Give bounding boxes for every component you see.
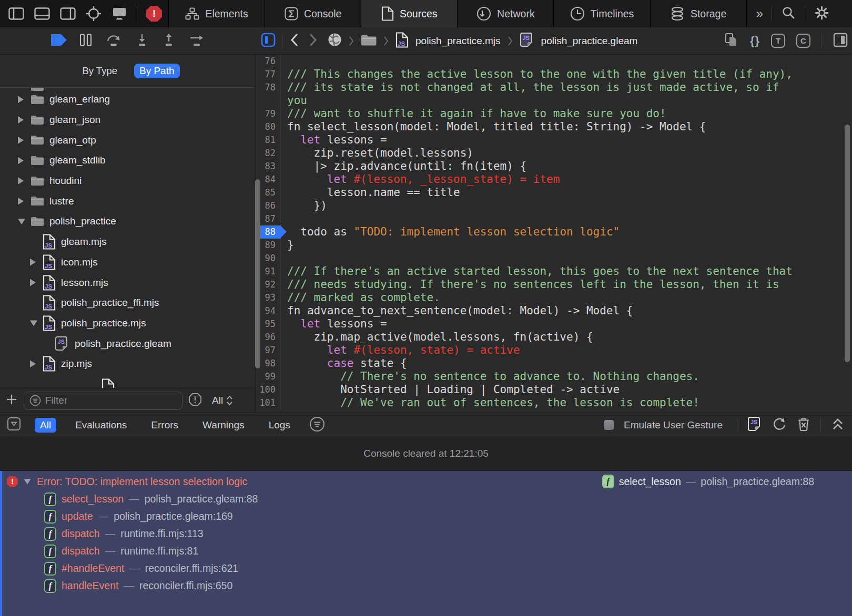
navigate-back-button[interactable] [290,34,298,48]
disclosure-arrow[interactable] [18,177,31,184]
tree-item-icon.mjs[interactable]: JSicon.mjs [0,252,255,273]
console-filter-warnings[interactable]: Warnings [197,418,250,433]
settings-button[interactable] [815,6,829,22]
continue-execution-button[interactable] [50,34,67,48]
error-header-row[interactable]: ! Error: TODO: implement lesson selectio… [2,473,852,490]
stack-frame[interactable]: fhandleEvent—reconciler.ffi.mjs:650 [2,577,852,594]
tree-item-gleam_json[interactable]: gleam_json [0,110,255,130]
stack-frame[interactable]: fdispatch—runtime.ffi.mjs:81 [2,542,852,560]
dock-side-left-icon[interactable] [8,5,25,22]
tree-item-polish_practice.gleam[interactable]: JSpolish_practice.gleam [0,333,255,354]
tree-item-lesson.mjs[interactable]: JSlesson.mjs [0,272,255,293]
stack-frame[interactable]: f#handleEvent—reconciler.ffi.mjs:621 [2,560,852,577]
console-filter-icon[interactable] [309,416,325,434]
copy-button[interactable] [725,33,739,49]
disclosure-arrow[interactable] [18,137,31,144]
element-picker-icon[interactable] [85,5,102,22]
stack-frame[interactable]: fdispatch—runtime.ffi.mjs:113 [2,525,852,542]
console-messages-icon[interactable] [7,417,21,433]
editor-scrollbar[interactable] [845,125,850,362]
tab-sources[interactable]: Sources [361,0,457,27]
line-number[interactable]: 81 [256,134,281,147]
line-number[interactable]: 100 [256,383,281,396]
issues-count-badge[interactable]: ! [146,6,162,22]
disclosure-arrow[interactable] [30,259,43,266]
step-over-button[interactable] [105,33,123,49]
file-line-link[interactable]: runtime.ffi.mjs:113 [120,528,204,540]
group-by-path-tab[interactable]: By Path [134,64,180,78]
tree-item-houdini[interactable]: houdini [0,171,255,191]
tab-timelines[interactable]: Timelines [553,0,650,27]
show-javascript-sources-icon[interactable]: JS [747,416,762,434]
sidebar-scrollbar[interactable] [255,179,260,368]
line-number[interactable]: 78 [256,81,281,107]
disclosure-arrow[interactable] [18,198,31,205]
tab-console[interactable]: Console [265,0,361,27]
expand-console-button[interactable] [831,417,845,433]
filter-input[interactable] [45,395,150,406]
file-line-link[interactable]: runtime.ffi.mjs:81 [120,545,198,557]
breadcrumb-item-parent-file[interactable]: polish_practice.mjs [415,35,501,47]
tree-item-polish_practice_ffi.mjs[interactable]: JSpolish_practice_ffi.mjs [0,293,255,313]
origin-globe-icon[interactable] [328,33,342,49]
console-error-message[interactable]: ! Error: TODO: implement lesson selectio… [0,471,852,616]
file-line-link[interactable]: reconciler.ffi.mjs:650 [139,580,232,592]
disclosure-arrow[interactable] [18,116,31,124]
console-filter-errors[interactable]: Errors [146,418,184,433]
disclosure-arrow[interactable] [18,219,31,224]
tree-item-gleam_otp[interactable]: gleam_otp [0,130,255,150]
stack-frame[interactable]: fupdate—polish_practice.gleam:169 [2,508,852,525]
tree-item-lustre[interactable]: lustre [0,191,255,211]
line-number[interactable]: 76 [256,55,281,68]
tree-item-polish_practice.mjs[interactable]: JSpolish_practice.mjs [0,313,255,334]
file-line-link[interactable]: polish_practice.gleam:88 [145,493,258,505]
line-number[interactable]: 77 [256,68,281,81]
code-coverage-button[interactable]: C [796,34,810,48]
device-settings-icon[interactable] [111,5,128,22]
search-button[interactable] [782,6,795,22]
tree-item-gleam.mjs[interactable]: JSgleam.mjs [0,232,255,252]
line-number[interactable]: 83 [256,160,281,173]
file-line-link[interactable]: reconciler.ffi.mjs:621 [145,562,238,574]
line-number[interactable]: 80 [256,120,281,134]
tab-network[interactable]: Network [457,0,553,27]
disclosure-arrow[interactable] [18,96,31,103]
tree-item-gleam_stdlib[interactable]: gleam_stdlib [0,150,255,171]
navigate-forward-button[interactable] [309,34,318,48]
line-number[interactable]: 79 [256,107,281,120]
tree-item-zip.mjs[interactable]: JSzip.mjs [0,354,255,374]
filter-input-box[interactable] [24,392,182,410]
dock-side-right-icon[interactable] [59,5,76,22]
filter-scope-select[interactable]: All [212,395,233,406]
folder-crumb-icon[interactable] [361,34,377,48]
add-resource-button[interactable] [5,393,18,408]
console-filter-logs[interactable]: Logs [263,418,296,433]
issues-filter-icon[interactable] [188,393,202,408]
group-by-type-tab[interactable]: By Type [75,63,124,79]
disclosure-arrow[interactable] [18,157,31,164]
type-profiler-button[interactable]: T [771,34,785,48]
tab-elements[interactable]: Elements [168,0,265,27]
console-filter-all[interactable]: All [35,418,56,433]
emulate-user-gesture-checkbox[interactable] [604,420,614,430]
disclosure-arrow[interactable] [30,360,43,367]
disclosure-arrow[interactable] [30,320,43,326]
tab-storage[interactable]: Storage [650,0,746,27]
disclosure-triangle-icon[interactable] [24,479,31,485]
tree-item-polish_practice[interactable]: polish_practice [0,211,255,232]
details-sidebar-toggle[interactable] [833,33,848,49]
reload-page-button[interactable] [772,417,787,434]
clear-console-button[interactable] [797,417,810,434]
line-number[interactable]: 82 [256,147,281,160]
file-line-link[interactable]: polish_practice.gleam:169 [114,510,233,522]
dock-side-bottom-icon[interactable] [34,5,50,22]
step-out-button[interactable] [161,33,176,49]
error-source-location[interactable]: f select_lesson — polish_practice.gleam:… [602,475,814,488]
stack-frame[interactable]: fselect_lesson—polish_practice.gleam:88 [2,490,852,508]
line-number[interactable]: 101 [256,396,281,409]
breadcrumb-item-current-file[interactable]: polish_practice.gleam [541,35,638,47]
disclosure-arrow[interactable] [30,279,43,286]
line-number[interactable]: 99 [256,370,281,383]
console-filter-evaluations[interactable]: Evaluations [70,418,132,433]
file-line-link[interactable]: polish_practice.gleam:88 [701,476,814,488]
